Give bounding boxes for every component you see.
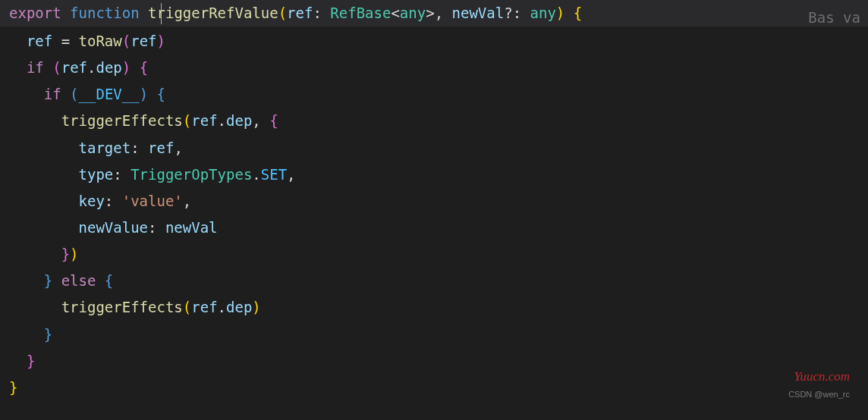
code-line: } [0, 321, 868, 348]
paren-close: ) [556, 0, 574, 27]
code-line: }) [0, 241, 868, 268]
text-cursor [161, 3, 162, 24]
paren-open: ( [278, 0, 287, 27]
type-any: any [400, 0, 426, 27]
code-line: } [0, 348, 868, 375]
code-line: ref = toRaw(ref) [0, 28, 868, 55]
code-line: target: ref, [0, 135, 868, 161]
type-any2: any [530, 0, 556, 27]
code-line: triggerEffects(ref.dep) [0, 294, 868, 321]
watermark-logo: Yuucn.com [794, 365, 850, 388]
function-name: triggerRefValue [148, 0, 278, 27]
active-line-highlight: export function triggerRefValue(ref: Ref… [0, 0, 868, 27]
code-line: } else { [0, 268, 868, 294]
param-ref: ref [287, 0, 313, 27]
type-refbase: RefBase [330, 0, 391, 27]
code-line: if (ref.dep) { [0, 55, 868, 81]
code-line: type: TriggerOpTypes.SET, [0, 161, 868, 188]
keyword-function: function [70, 0, 140, 27]
code-line: if (__DEV__) { [0, 81, 868, 108]
code-line: key: 'value', [0, 188, 868, 215]
brace-open: { [574, 0, 582, 27]
code-body[interactable]: ref = toRaw(ref) if (ref.dep) { if (__DE… [0, 27, 868, 401]
code-editor[interactable]: export function triggerRefValue(ref: Ref… [0, 0, 868, 420]
keyword-export: export [9, 0, 61, 27]
watermark-attribution: CSDN @wen_rc [788, 387, 850, 402]
param-newval: newVal [452, 0, 505, 27]
code-line: } [0, 375, 868, 401]
code-line: newValue: newVal [0, 215, 868, 241]
code-line: triggerEffects(ref.dep, { [0, 108, 868, 134]
